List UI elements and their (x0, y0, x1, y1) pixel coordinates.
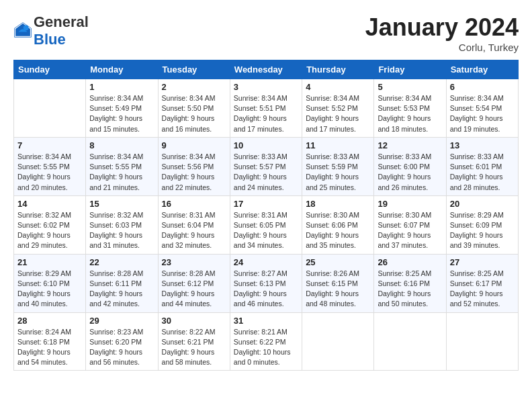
calendar-cell (446, 312, 518, 371)
day-number: 14 (17, 199, 82, 209)
calendar-cell: 30Sunrise: 8:22 AMSunset: 6:21 PMDayligh… (158, 312, 230, 371)
col-wednesday: Wednesday (230, 60, 302, 79)
day-info: Sunrise: 8:21 AMSunset: 6:22 PMDaylight:… (234, 327, 298, 368)
calendar-cell: 19Sunrise: 8:30 AMSunset: 6:07 PMDayligh… (374, 195, 446, 254)
month-title: January 2024 (365, 13, 519, 42)
calendar-week-row: 14Sunrise: 8:32 AMSunset: 6:02 PMDayligh… (14, 195, 519, 254)
day-number: 11 (306, 140, 370, 150)
day-info: Sunrise: 8:29 AMSunset: 6:09 PMDaylight:… (450, 210, 515, 251)
day-info: Sunrise: 8:25 AMSunset: 6:17 PMDaylight:… (450, 269, 515, 310)
day-number: 16 (162, 199, 226, 209)
day-number: 23 (162, 257, 226, 267)
calendar-cell: 16Sunrise: 8:31 AMSunset: 6:04 PMDayligh… (158, 195, 230, 254)
calendar-cell: 6Sunrise: 8:34 AMSunset: 5:54 PMDaylight… (446, 79, 518, 138)
calendar-cell: 7Sunrise: 8:34 AMSunset: 5:55 PMDaylight… (14, 137, 86, 195)
day-info: Sunrise: 8:30 AMSunset: 6:06 PMDaylight:… (306, 210, 370, 251)
day-info: Sunrise: 8:32 AMSunset: 6:03 PMDaylight:… (89, 210, 154, 251)
calendar-cell: 24Sunrise: 8:27 AMSunset: 6:13 PMDayligh… (230, 254, 302, 312)
calendar-header: Sunday Monday Tuesday Wednesday Thursday… (14, 60, 519, 79)
day-number: 1 (89, 82, 154, 92)
calendar-cell: 28Sunrise: 8:24 AMSunset: 6:18 PMDayligh… (14, 312, 86, 371)
day-number: 25 (306, 257, 370, 267)
day-info: Sunrise: 8:24 AMSunset: 6:18 PMDaylight:… (17, 327, 82, 368)
day-info: Sunrise: 8:30 AMSunset: 6:07 PMDaylight:… (378, 210, 442, 251)
day-info: Sunrise: 8:25 AMSunset: 6:16 PMDaylight:… (378, 269, 442, 310)
day-info: Sunrise: 8:32 AMSunset: 6:02 PMDaylight:… (17, 210, 82, 251)
location-subtitle: Corlu, Turkey (365, 42, 519, 53)
day-number: 30 (162, 316, 226, 326)
calendar-table: Sunday Monday Tuesday Wednesday Thursday… (13, 60, 519, 371)
day-number: 9 (162, 140, 226, 150)
calendar-week-row: 28Sunrise: 8:24 AMSunset: 6:18 PMDayligh… (14, 312, 519, 371)
day-number: 18 (306, 199, 370, 209)
day-info: Sunrise: 8:31 AMSunset: 6:05 PMDaylight:… (234, 210, 298, 251)
day-number: 8 (89, 140, 154, 150)
day-number: 19 (378, 199, 442, 209)
calendar-cell: 27Sunrise: 8:25 AMSunset: 6:17 PMDayligh… (446, 254, 518, 312)
day-number: 3 (234, 82, 298, 92)
logo: General Blue (13, 13, 89, 48)
calendar-cell: 10Sunrise: 8:33 AMSunset: 5:57 PMDayligh… (230, 137, 302, 195)
calendar-cell: 14Sunrise: 8:32 AMSunset: 6:02 PMDayligh… (14, 195, 86, 254)
day-info: Sunrise: 8:28 AMSunset: 6:11 PMDaylight:… (89, 269, 154, 310)
calendar-cell: 1Sunrise: 8:34 AMSunset: 5:49 PMDaylight… (86, 79, 158, 138)
day-number: 5 (378, 82, 442, 92)
day-info: Sunrise: 8:33 AMSunset: 6:00 PMDaylight:… (378, 152, 442, 193)
logo-text: General Blue (34, 13, 89, 48)
calendar-cell: 3Sunrise: 8:34 AMSunset: 5:51 PMDaylight… (230, 79, 302, 138)
title-block: January 2024 Corlu, Turkey (365, 13, 519, 53)
calendar-cell: 18Sunrise: 8:30 AMSunset: 6:06 PMDayligh… (302, 195, 374, 254)
calendar-cell: 4Sunrise: 8:34 AMSunset: 5:52 PMDaylight… (302, 79, 374, 138)
day-info: Sunrise: 8:34 AMSunset: 5:54 PMDaylight:… (450, 93, 515, 134)
day-number: 7 (17, 140, 82, 150)
calendar-cell (302, 312, 374, 371)
day-number: 29 (89, 316, 154, 326)
col-friday: Friday (374, 60, 446, 79)
logo-blue-text: Blue (34, 31, 66, 48)
calendar-cell: 2Sunrise: 8:34 AMSunset: 5:50 PMDaylight… (158, 79, 230, 138)
col-monday: Monday (86, 60, 158, 79)
calendar-body: 1Sunrise: 8:34 AMSunset: 5:49 PMDaylight… (14, 79, 519, 371)
day-info: Sunrise: 8:34 AMSunset: 5:53 PMDaylight:… (378, 93, 442, 134)
calendar-cell: 21Sunrise: 8:29 AMSunset: 6:10 PMDayligh… (14, 254, 86, 312)
day-info: Sunrise: 8:34 AMSunset: 5:55 PMDaylight:… (89, 152, 154, 193)
calendar-cell: 15Sunrise: 8:32 AMSunset: 6:03 PMDayligh… (86, 195, 158, 254)
col-sunday: Sunday (14, 60, 86, 79)
day-number: 6 (450, 82, 515, 92)
col-saturday: Saturday (446, 60, 518, 79)
calendar-cell: 31Sunrise: 8:21 AMSunset: 6:22 PMDayligh… (230, 312, 302, 371)
logo-icon (13, 21, 32, 40)
page-container: General Blue January 2024 Corlu, Turkey … (0, 0, 532, 377)
day-number: 24 (234, 257, 298, 267)
day-info: Sunrise: 8:26 AMSunset: 6:15 PMDaylight:… (306, 269, 370, 310)
day-info: Sunrise: 8:34 AMSunset: 5:50 PMDaylight:… (162, 93, 226, 134)
calendar-week-row: 7Sunrise: 8:34 AMSunset: 5:55 PMDaylight… (14, 137, 519, 195)
col-thursday: Thursday (302, 60, 374, 79)
day-number: 4 (306, 82, 370, 92)
col-tuesday: Tuesday (158, 60, 230, 79)
page-header: General Blue January 2024 Corlu, Turkey (13, 13, 519, 53)
day-info: Sunrise: 8:22 AMSunset: 6:21 PMDaylight:… (162, 327, 226, 368)
day-info: Sunrise: 8:28 AMSunset: 6:12 PMDaylight:… (162, 269, 226, 310)
day-number: 31 (234, 316, 298, 326)
day-info: Sunrise: 8:34 AMSunset: 5:49 PMDaylight:… (89, 93, 154, 134)
day-info: Sunrise: 8:23 AMSunset: 6:20 PMDaylight:… (89, 327, 154, 368)
calendar-cell: 20Sunrise: 8:29 AMSunset: 6:09 PMDayligh… (446, 195, 518, 254)
day-info: Sunrise: 8:33 AMSunset: 5:59 PMDaylight:… (306, 152, 370, 193)
calendar-cell: 13Sunrise: 8:33 AMSunset: 6:01 PMDayligh… (446, 137, 518, 195)
day-number: 21 (17, 257, 82, 267)
calendar-cell: 22Sunrise: 8:28 AMSunset: 6:11 PMDayligh… (86, 254, 158, 312)
calendar-cell: 26Sunrise: 8:25 AMSunset: 6:16 PMDayligh… (374, 254, 446, 312)
day-number: 28 (17, 316, 82, 326)
calendar-cell: 23Sunrise: 8:28 AMSunset: 6:12 PMDayligh… (158, 254, 230, 312)
day-number: 15 (89, 199, 154, 209)
day-number: 22 (89, 257, 154, 267)
day-number: 26 (378, 257, 442, 267)
calendar-cell: 12Sunrise: 8:33 AMSunset: 6:00 PMDayligh… (374, 137, 446, 195)
calendar-cell: 5Sunrise: 8:34 AMSunset: 5:53 PMDaylight… (374, 79, 446, 138)
day-info: Sunrise: 8:34 AMSunset: 5:55 PMDaylight:… (17, 152, 82, 193)
calendar-cell: 9Sunrise: 8:34 AMSunset: 5:56 PMDaylight… (158, 137, 230, 195)
svg-point-2 (24, 25, 29, 30)
logo-general-text: General (34, 13, 89, 30)
day-number: 2 (162, 82, 226, 92)
